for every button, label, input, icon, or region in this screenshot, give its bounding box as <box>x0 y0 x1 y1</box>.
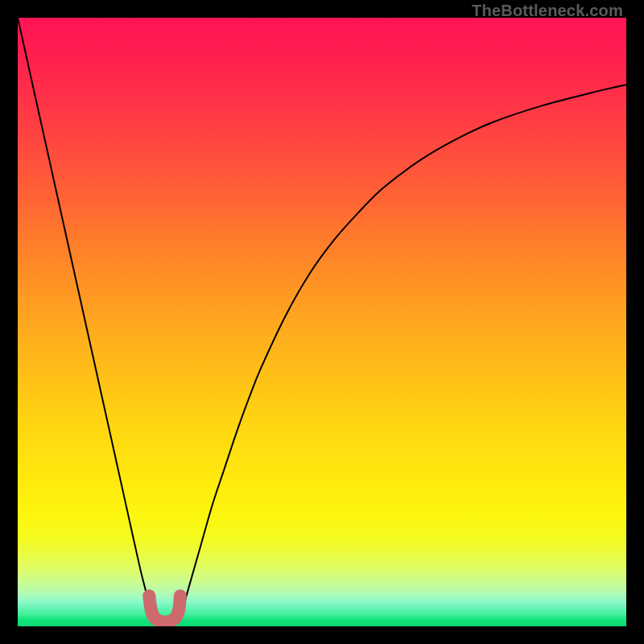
chart-frame: TheBottleneck.com <box>0 0 644 644</box>
optimal-marker <box>149 596 180 622</box>
plot-area <box>18 18 626 626</box>
bottleneck-curve <box>18 18 626 623</box>
curve-overlay <box>18 18 626 626</box>
watermark-text: TheBottleneck.com <box>472 2 623 20</box>
